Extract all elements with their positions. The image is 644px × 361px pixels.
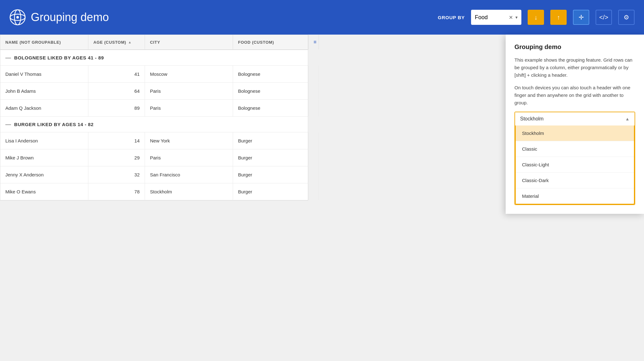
cell-food: Burger [233,166,308,183]
cell-name: Jenny X Anderson [0,166,88,183]
cell-name: Mike O Ewans [0,183,88,200]
cell-city: Stockholm [145,183,233,200]
clear-group-icon[interactable]: ✕ [509,14,513,20]
cell-extra [308,183,319,200]
theme-chevron-up-icon: ▲ [625,116,630,121]
group-by-label: GROUP BY [438,15,465,20]
collapse-all-icon: ↑ [557,14,560,21]
theme-dropdown: Stockholm Classic Classic-Light Classic-… [515,125,635,201]
col-header-name: NAME (NOT GROUPABLE) [0,35,88,49]
group-collapse-icon: — [5,54,11,61]
table-row: Lisa I Anderson 14 New York Burger [0,132,308,149]
main-layout: NAME (NOT GROUPABLE) AGE (CUSTOM) ▲ CITY… [0,35,644,201]
expand-all-icon: ↓ [534,14,537,21]
panel-desc-2: On touch devices you can also touch a he… [514,84,635,107]
theme-option-material[interactable]: Material [516,188,634,201]
move-icon: ✛ [579,14,584,21]
group-title-bolognese: BOLOGNESE LIKED BY AGES 41 - 89 [14,55,104,60]
code-button[interactable]: </> [596,10,612,25]
group-collapse-icon: — [5,121,11,128]
theme-option-classic-light[interactable]: Classic-Light [516,157,634,173]
col-age-label: AGE (CUSTOM) [93,40,126,45]
theme-option-stockholm[interactable]: Stockholm [516,125,634,141]
cell-city: Moscow [145,66,233,82]
cell-city: New York [145,132,233,149]
col-header-food: FOOD (CUSTOM) [233,35,308,49]
move-button[interactable]: ✛ [573,10,589,25]
cell-city: Paris [145,83,233,99]
panel-desc-1: This example shows the grouping feature.… [514,56,635,79]
app-logo [9,9,26,25]
theme-select-value: Stockholm [520,116,625,122]
data-grid: NAME (NOT GROUPABLE) AGE (CUSTOM) ▲ CITY… [0,35,308,201]
table-row: Mike J Brown 29 Paris Burger [0,149,308,166]
cell-name: Adam Q Jackson [0,100,88,116]
col-name-label: NAME (NOT GROUPABLE) [5,40,61,45]
cell-extra [308,83,319,99]
cell-name: Mike J Brown [0,149,88,166]
cell-extra [308,166,319,183]
cell-name: John B Adams [0,83,88,99]
cell-city: Paris [145,149,233,166]
settings-button[interactable]: ⚙ [618,10,635,25]
cell-extra [308,132,319,149]
column-list-icon[interactable]: ≡ [314,39,317,45]
cell-age: 78 [88,183,145,200]
table-row: John B Adams 64 Paris Bolognese [0,83,308,100]
cell-food: Burger [233,183,308,200]
cell-age: 29 [88,149,145,166]
group-by-value: Food [475,14,506,21]
theme-selector: Stockholm ▲ Stockholm Classic Classic-Li… [514,112,635,201]
group-title-burger: BURGER LIKED BY AGES 14 - 82 [14,122,94,127]
app-title: Grouping demo [31,11,109,24]
sort-asc-icon: ▲ [128,40,132,44]
group-by-select[interactable]: Food ✕ ▾ [471,10,521,25]
cell-extra [308,100,319,116]
grid-header: NAME (NOT GROUPABLE) AGE (CUSTOM) ▲ CITY… [0,35,308,50]
panel-title: Grouping demo [514,43,635,51]
col-header-age[interactable]: AGE (CUSTOM) ▲ [88,35,145,49]
cell-age: 64 [88,83,145,99]
cell-extra [308,66,319,82]
cell-age: 32 [88,166,145,183]
table-row: Jenny X Anderson 32 San Francisco Burger [0,166,308,183]
col-header-extra: ≡ [308,35,319,49]
code-icon: </> [599,14,608,21]
col-city-label: CITY [150,40,160,45]
table-row: Daniel V Thomas 41 Moscow Bolognese [0,66,308,83]
theme-option-classic-dark[interactable]: Classic-Dark [516,173,634,188]
logo-area: Grouping demo [9,9,109,25]
collapse-all-button[interactable]: ↑ [550,10,567,25]
theme-option-classic[interactable]: Classic [516,141,634,157]
cell-food: Bolognese [233,66,308,82]
table-row: Mike O Ewans 78 Stockholm Burger [0,183,308,200]
group-row-bolognese[interactable]: — BOLOGNESE LIKED BY AGES 41 - 89 [0,50,308,66]
cell-food: Burger [233,149,308,166]
group-row-burger[interactable]: — BURGER LIKED BY AGES 14 - 82 [0,117,308,132]
cell-age: 14 [88,132,145,149]
cell-name: Daniel V Thomas [0,66,88,82]
col-header-city: CITY [145,35,233,49]
info-panel: Grouping demo This example shows the gro… [506,35,644,201]
table-row: Adam Q Jackson 89 Paris Bolognese [0,100,308,117]
svg-point-3 [16,16,19,19]
cell-city: Paris [145,100,233,116]
gear-icon: ⚙ [624,14,629,21]
cell-food: Burger [233,132,308,149]
cell-food: Bolognese [233,83,308,99]
cell-city: San Francisco [145,166,233,183]
cell-extra [308,149,319,166]
app-header: Grouping demo GROUP BY Food ✕ ▾ ↓ ↑ ✛ </… [0,0,644,35]
theme-select-header[interactable]: Stockholm ▲ [515,112,635,125]
cell-age: 89 [88,100,145,116]
cell-name: Lisa I Anderson [0,132,88,149]
col-food-label: FOOD (CUSTOM) [238,40,274,45]
chevron-down-icon: ▾ [515,15,518,20]
expand-all-button[interactable]: ↓ [528,10,544,25]
cell-food: Bolognese [233,100,308,116]
cell-age: 41 [88,66,145,82]
